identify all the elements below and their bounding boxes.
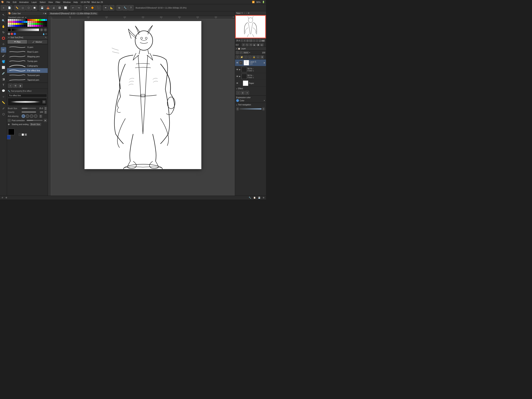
color-swatch-16[interactable] (39, 19, 41, 21)
canvas-btn[interactable]: ⬜ (63, 5, 68, 11)
brush-item-7[interactable]: Tapered pen (7, 77, 48, 82)
zoom-minus-btn[interactable]: − (241, 39, 243, 42)
color-swatch-73[interactable] (33, 25, 35, 27)
ruler-tool[interactable]: 📏 (1, 100, 6, 105)
color-picker-btn[interactable]: ✏ (44, 28, 47, 31)
color-set-menu-btn[interactable]: ≡ (43, 12, 44, 14)
color-swatch-12[interactable] (31, 19, 33, 21)
brush-item-4[interactable]: Calligraphy (7, 64, 48, 68)
status-icon-2[interactable]: ⚙ (6, 197, 7, 199)
color-swatch-10[interactable] (27, 19, 29, 21)
lasso-tool[interactable]: ⭕ (1, 35, 6, 41)
color-swatch-28[interactable] (24, 21, 25, 23)
color-swatch-5[interactable] (18, 19, 19, 21)
3d-tool[interactable]: ⬡ (1, 111, 6, 117)
color-swatch-17[interactable] (41, 19, 43, 21)
color-gradient-bar[interactable] (12, 28, 39, 31)
rotation-ccw-btn[interactable]: ↺ (242, 43, 245, 46)
tool-nav-collapse-btn[interactable]: ≡ (236, 104, 237, 106)
color-swatch-15[interactable] (37, 19, 39, 21)
color-swatch-52[interactable] (31, 23, 33, 25)
color-swatch-70[interactable] (27, 25, 29, 27)
nav-icon-3[interactable]: ↕ (246, 12, 247, 14)
folder1b-collapse[interactable]: ▶ (239, 75, 241, 77)
eraser-tool[interactable]: ⬜ (1, 65, 6, 70)
image-btn[interactable]: 🖼 (57, 5, 62, 11)
brush-preview-options-btn[interactable]: ⚙ (43, 100, 45, 103)
menu-window[interactable]: Window (63, 1, 71, 3)
pen-tool[interactable]: ✏ (1, 47, 6, 53)
recent-color-1[interactable] (19, 134, 21, 136)
zoom-rotate-next-btn[interactable]: ▶▶ (262, 39, 265, 42)
ruler-btn[interactable]: 📐 (109, 5, 114, 11)
collapse-layer-btn[interactable]: ≡ (236, 48, 237, 50)
color-swatch-6[interactable] (20, 19, 21, 21)
menu-filter[interactable]: Filter (56, 1, 60, 3)
color-swatch-21[interactable] (10, 21, 12, 23)
color-swatch-62[interactable] (12, 25, 13, 27)
color-swatch-23[interactable] (14, 21, 15, 23)
color-swatch-56[interactable] (39, 23, 41, 25)
antialias-up[interactable]: ▲ (39, 115, 42, 116)
lasso-btn[interactable]: 🔶 (89, 5, 95, 11)
menu-layer[interactable]: Layer (32, 1, 37, 3)
blend-dropdown-arrow[interactable]: ▾ (249, 52, 250, 54)
layer-paper-vis[interactable]: 👁 (236, 82, 239, 84)
antialias-btn-1[interactable] (26, 114, 29, 118)
export-btn[interactable]: 📤 (45, 5, 51, 11)
effect-grid-btn[interactable]: ⊞ (241, 91, 245, 95)
color-swatch-48[interactable] (24, 23, 25, 25)
hand-tool[interactable]: ✋ (1, 24, 6, 29)
status-right-1[interactable]: 🔧 (249, 197, 251, 199)
color-swatch-0[interactable] (8, 19, 10, 21)
opacity-slider[interactable] (22, 111, 36, 113)
color-swatch-3[interactable] (14, 19, 15, 21)
print-btn[interactable]: 🖨 (51, 5, 57, 11)
color-swatch-37[interactable] (41, 21, 43, 23)
color-set-expand-btn[interactable]: ▶ (45, 12, 47, 14)
cursor-tool[interactable]: ↖ (1, 12, 6, 18)
color-swatch-11[interactable] (29, 19, 31, 21)
layer-folder1a-vis[interactable]: 👁 (236, 68, 239, 71)
brush-add-btn[interactable]: + (8, 84, 13, 88)
color-swatch-4[interactable] (16, 19, 17, 21)
tool-nav-slider[interactable] (240, 108, 261, 109)
nav-icon-1[interactable]: ⟲ (241, 12, 243, 14)
menu-edit[interactable]: Edit (13, 1, 17, 3)
status-right-4[interactable]: ⚙ (263, 197, 265, 199)
layer-delete-btn[interactable]: 🗑 (260, 55, 264, 59)
recent-color-3[interactable] (25, 134, 27, 136)
blue-dot[interactable] (14, 33, 16, 35)
color-swatch-7[interactable] (22, 19, 23, 21)
speech-tool[interactable]: 💬 (1, 88, 6, 94)
layer-visibility-icon[interactable]: 👁 (236, 61, 239, 64)
undo-btn[interactable]: ↩ (70, 5, 76, 11)
color-swatch-61[interactable] (10, 25, 12, 27)
stop-btn[interactable]: ⏹ (257, 43, 260, 46)
color-swatch-31[interactable] (29, 21, 31, 23)
flip-h-btn[interactable]: ↔ (253, 39, 255, 42)
color-swatch-69[interactable] (25, 25, 27, 27)
color-swatch-68[interactable] (24, 25, 25, 27)
marker-tab[interactable]: 🖊 Marker (28, 40, 47, 44)
collapse-effect-btn[interactable]: ≡ (236, 88, 237, 90)
new-layer-btn[interactable]: + (236, 55, 239, 59)
color-swatch-18[interactable] (43, 19, 45, 21)
color-swatch-72[interactable] (31, 25, 33, 27)
color-swatch-65[interactable] (18, 25, 19, 27)
color-swatch-51[interactable] (29, 23, 31, 25)
color-swatch-42[interactable] (12, 23, 13, 25)
color-swatch-24[interactable] (16, 21, 17, 23)
drawing-canvas[interactable] (84, 21, 201, 169)
color-swatch-36[interactable] (39, 21, 41, 23)
post-correction-checkbox[interactable]: ✓ (8, 119, 11, 122)
color-swatch-22[interactable] (12, 21, 13, 23)
color-swatch-40[interactable] (8, 23, 10, 25)
starting-ending-dropdown[interactable]: Brush Size (30, 123, 41, 126)
color-swatch-41[interactable] (10, 23, 12, 25)
layer-btn[interactable]: ⧉ (116, 5, 122, 11)
color-swatch-57[interactable] (41, 23, 43, 25)
fill-tool[interactable]: 🪣 (1, 59, 6, 64)
color-dropper-icon[interactable]: 💧 (43, 33, 45, 35)
help-btn[interactable]: ? (128, 5, 133, 11)
